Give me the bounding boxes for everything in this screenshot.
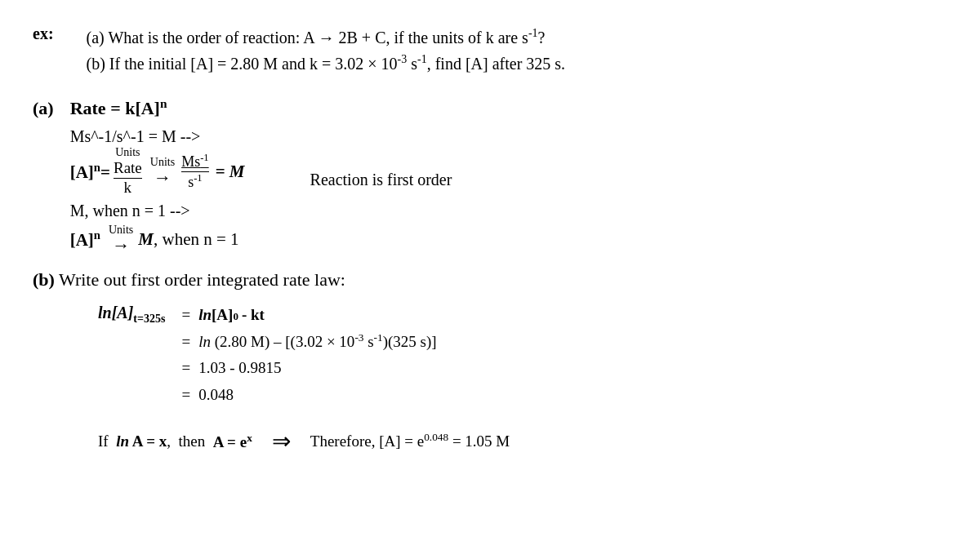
an-lhs: [A]n [70,228,100,251]
rhs-line-3: = 1.03 - 0.9815 [181,355,436,381]
ln-lhs: ln[A]t=325s [98,304,165,326]
rhs-line-2: = ln (2.80 M) – [(3.02 × 10-3 s-1)(325 s… [181,329,436,356]
therefore-text: Therefore, [A] = e0.048 = 1.05 M [310,431,510,450]
part-a-content: Rate = k[A]n Ms^-1/s^-1 = M --> [A]n= Un… [70,96,452,255]
integrated-table: ln[A]t=325s = ln[A]0 - kt = ln (2.80 M) … [98,302,947,408]
ms-num: Ms-1 [181,152,209,172]
rhs-equations: = ln[A]0 - kt = ln (2.80 M) – [(3.02 × 1… [181,302,436,408]
part-b-intro: Write out first order integrated rate la… [59,269,345,290]
k-denominator: k [124,179,132,197]
part-a-left: [A]n= Units Rate k Units → [70,146,245,255]
units-label-1: Units [115,146,140,159]
equals-m: = M [216,162,245,182]
arrow-right-2: → [112,237,130,255]
an-line: [A]n Units → M, when n = 1 [70,224,245,255]
arrow-right: → [154,169,172,187]
problem-text: (a) What is the order of reaction: A → 2… [87,24,566,77]
problem-intro: ex: (a) What is the order of reaction: A… [33,24,947,77]
problem-a: (a) What is the order of reaction: A → 2… [87,24,566,51]
an-rhs: M, when n = 1 [138,229,238,250]
ln-a0: ln [198,302,212,328]
if-then-text: If ln A = x, then A = ex [98,431,252,450]
ex-label: ex: [33,24,54,43]
part-a-label: (a) [33,98,54,119]
double-arrow-icon: ⇒ [272,428,291,455]
part-a-section: (a) Rate = k[A]n Ms^-1/s^-1 = M --> [A]n… [33,96,947,255]
rate-equation: Rate = k[A]n [70,96,452,119]
rate-numerator: Rate [114,159,142,179]
rhs-line-4: = 0.048 [181,382,436,408]
an-equals: [A]n= [70,161,110,183]
fraction-row: [A]n= Units Rate k Units → [70,146,245,197]
part-a-flex: [A]n= Units Rate k Units → [70,146,452,255]
if-then-section: If ln A = x, then A = ex ⇒ Therefore, [A… [98,428,947,455]
ms-den: s-1 [188,172,203,191]
part-b-label: (b) [33,269,55,290]
problem-b: (b) If the initial [A] = 2.80 M and k = … [87,51,566,77]
part-b-section: (b) Write out first order integrated rat… [33,269,947,455]
part-b-header: (b) Write out first order integrated rat… [33,269,947,291]
rhs-line-1: = ln[A]0 - kt [181,302,436,328]
reaction-order-note: Reaction is first order [310,171,452,189]
